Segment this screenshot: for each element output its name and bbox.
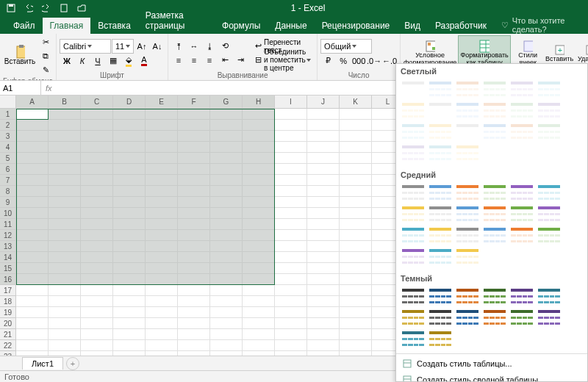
cell[interactable] xyxy=(210,241,243,252)
cell[interactable] xyxy=(49,219,81,230)
cell[interactable] xyxy=(340,285,372,296)
align-left-button[interactable]: ≡ xyxy=(171,54,186,67)
table-style-thumbnail[interactable] xyxy=(482,309,507,328)
new-table-style-button[interactable]: Создать стиль таблицы... xyxy=(396,356,587,372)
table-style-thumbnail[interactable] xyxy=(428,101,453,120)
cell[interactable] xyxy=(113,164,146,175)
cell[interactable] xyxy=(307,175,340,186)
table-style-thumbnail[interactable] xyxy=(537,287,562,306)
row-header[interactable]: 7 xyxy=(0,175,16,186)
cell[interactable] xyxy=(113,120,146,131)
cell[interactable] xyxy=(49,153,81,164)
new-pivot-style-button[interactable]: Создать стиль сводной таблицы... xyxy=(396,372,587,382)
row-header[interactable]: 8 xyxy=(0,186,16,197)
align-middle-button[interactable]: ↔ xyxy=(187,40,201,53)
cell[interactable] xyxy=(210,274,243,285)
column-header[interactable]: G xyxy=(210,96,243,109)
cell[interactable] xyxy=(113,131,146,142)
cell[interactable] xyxy=(178,164,210,175)
select-all-corner[interactable] xyxy=(0,96,16,109)
row-header[interactable]: 20 xyxy=(0,318,16,329)
table-style-thumbnail[interactable] xyxy=(509,80,534,99)
cell[interactable] xyxy=(210,131,243,142)
cell[interactable] xyxy=(243,329,275,340)
column-header[interactable]: J xyxy=(307,96,340,109)
format-painter-button[interactable]: ✎ xyxy=(38,63,53,76)
cell[interactable] xyxy=(49,197,81,208)
table-style-thumbnail[interactable] xyxy=(401,144,426,163)
cell[interactable] xyxy=(210,153,243,164)
cell[interactable] xyxy=(340,329,372,340)
cell[interactable] xyxy=(178,329,210,340)
column-headers[interactable]: ABCDEFGHIJKL xyxy=(16,96,404,109)
cell[interactable] xyxy=(275,164,307,175)
cell[interactable] xyxy=(113,109,146,120)
cell[interactable] xyxy=(16,263,49,274)
cell[interactable] xyxy=(146,120,178,131)
tab-file[interactable]: Файл xyxy=(6,18,43,34)
row-header[interactable]: 2 xyxy=(0,120,16,131)
cell[interactable] xyxy=(178,153,210,164)
qat-redo-button[interactable] xyxy=(38,1,54,15)
cell[interactable] xyxy=(340,296,372,307)
cell[interactable] xyxy=(178,131,210,142)
cell[interactable] xyxy=(146,340,178,351)
table-style-thumbnail[interactable] xyxy=(428,226,453,245)
cell[interactable] xyxy=(49,329,81,340)
cell[interactable] xyxy=(81,131,113,142)
cell[interactable] xyxy=(16,241,49,252)
cell[interactable] xyxy=(307,263,340,274)
cell[interactable] xyxy=(113,219,146,230)
cell[interactable] xyxy=(113,329,146,340)
tab-formulas[interactable]: Формулы xyxy=(215,18,268,34)
cell[interactable] xyxy=(81,208,113,219)
cell[interactable] xyxy=(307,164,340,175)
column-header[interactable]: A xyxy=(16,96,49,109)
cell[interactable] xyxy=(210,142,243,153)
cell[interactable] xyxy=(340,263,372,274)
cell[interactable] xyxy=(340,197,372,208)
cell[interactable] xyxy=(113,175,146,186)
table-style-thumbnail[interactable] xyxy=(537,184,562,203)
orientation-button[interactable]: ⟲ xyxy=(218,40,232,53)
qat-save-button[interactable] xyxy=(3,1,19,15)
fx-label[interactable]: fx xyxy=(41,84,57,93)
cell[interactable] xyxy=(49,131,81,142)
cell[interactable] xyxy=(146,241,178,252)
cell[interactable] xyxy=(275,175,307,186)
row-header[interactable]: 13 xyxy=(0,241,16,252)
row-header[interactable]: 18 xyxy=(0,296,16,307)
cell[interactable] xyxy=(113,340,146,351)
cell[interactable] xyxy=(275,120,307,131)
table-style-thumbnail[interactable] xyxy=(428,80,453,99)
bold-button[interactable]: Ж xyxy=(60,54,74,68)
cell[interactable] xyxy=(243,263,275,274)
cell[interactable] xyxy=(275,208,307,219)
align-bottom-button[interactable]: ⭳ xyxy=(202,40,217,53)
cell[interactable] xyxy=(178,208,210,219)
cell[interactable] xyxy=(210,318,243,329)
font-color-button[interactable]: A xyxy=(137,54,151,68)
table-style-thumbnail[interactable] xyxy=(482,205,507,224)
table-style-thumbnail[interactable] xyxy=(455,226,480,245)
cell[interactable] xyxy=(49,252,81,263)
table-style-thumbnail[interactable] xyxy=(428,309,453,328)
cell[interactable] xyxy=(81,285,113,296)
row-header[interactable]: 6 xyxy=(0,164,16,175)
row-header[interactable]: 11 xyxy=(0,219,16,230)
cell[interactable] xyxy=(275,219,307,230)
cell[interactable] xyxy=(49,285,81,296)
cell[interactable] xyxy=(146,252,178,263)
column-header[interactable]: I xyxy=(275,96,307,109)
cell[interactable] xyxy=(340,142,372,153)
cell[interactable] xyxy=(340,186,372,197)
decrease-indent-button[interactable]: ⇤ xyxy=(218,54,232,67)
qat-open-button[interactable] xyxy=(74,1,90,15)
cell[interactable] xyxy=(49,263,81,274)
row-header[interactable]: 21 xyxy=(0,329,16,340)
table-style-thumbnail[interactable] xyxy=(401,101,426,120)
table-style-thumbnail[interactable] xyxy=(401,226,426,245)
cell[interactable] xyxy=(113,252,146,263)
cell[interactable] xyxy=(16,274,49,285)
cell[interactable] xyxy=(113,142,146,153)
